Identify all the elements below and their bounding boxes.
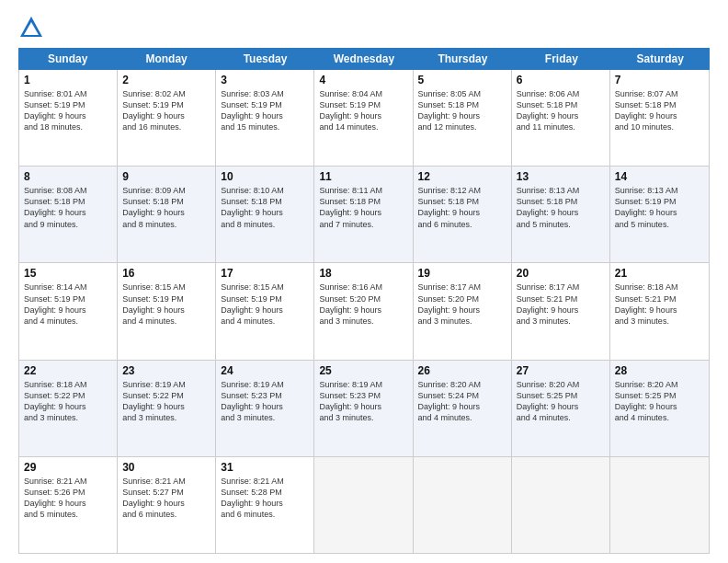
- calendar-row: 22Sunrise: 8:18 AMSunset: 5:22 PMDayligh…: [19, 361, 709, 457]
- cell-line: and 4 minutes.: [517, 412, 605, 423]
- cell-line: Sunrise: 8:20 AM: [517, 379, 605, 390]
- cell-line: Sunset: 5:18 PM: [517, 99, 605, 110]
- cell-line: and 14 minutes.: [319, 121, 407, 132]
- cell-line: and 4 minutes.: [418, 412, 506, 423]
- cell-line: and 18 minutes.: [24, 121, 112, 132]
- calendar-cell: 2Sunrise: 8:02 AMSunset: 5:19 PMDaylight…: [118, 70, 216, 166]
- day-number: 26: [418, 364, 506, 377]
- cell-line: Sunset: 5:26 PM: [24, 487, 112, 498]
- cell-line: and 3 minutes.: [418, 316, 506, 327]
- cell-line: Daylight: 9 hours: [517, 304, 605, 316]
- header-day: Thursday: [414, 48, 512, 70]
- cell-line: Sunset: 5:18 PM: [319, 196, 407, 207]
- calendar-header: SundayMondayTuesdayWednesdayThursdayFrid…: [18, 48, 710, 70]
- calendar-cell: 6Sunrise: 8:06 AMSunset: 5:18 PMDaylight…: [512, 70, 610, 166]
- cell-line: and 6 minutes.: [122, 509, 210, 520]
- cell-line: Sunset: 5:18 PM: [615, 99, 704, 110]
- day-number: 28: [615, 364, 704, 377]
- day-number: 30: [122, 461, 210, 474]
- day-number: 2: [122, 74, 210, 86]
- cell-line: Sunrise: 8:19 AM: [122, 379, 210, 390]
- cell-line: Sunrise: 8:19 AM: [221, 379, 309, 390]
- cell-line: Sunset: 5:18 PM: [418, 99, 506, 110]
- calendar-cell: 10Sunrise: 8:10 AMSunset: 5:18 PMDayligh…: [216, 167, 314, 262]
- day-number: 18: [319, 267, 407, 280]
- cell-line: and 7 minutes.: [319, 219, 407, 230]
- cell-line: and 4 minutes.: [221, 316, 309, 327]
- cell-line: Daylight: 9 hours: [221, 110, 309, 121]
- cell-line: and 5 minutes.: [615, 219, 704, 230]
- cell-line: Daylight: 9 hours: [24, 304, 112, 316]
- calendar-cell: 26Sunrise: 8:20 AMSunset: 5:24 PMDayligh…: [414, 361, 512, 456]
- calendar-cell: 27Sunrise: 8:20 AMSunset: 5:25 PMDayligh…: [512, 361, 610, 456]
- calendar: SundayMondayTuesdayWednesdayThursdayFrid…: [18, 48, 710, 554]
- cell-line: and 15 minutes.: [221, 121, 309, 132]
- cell-line: Sunset: 5:20 PM: [319, 293, 407, 304]
- cell-line: Daylight: 9 hours: [221, 304, 309, 316]
- calendar-cell: 8Sunrise: 8:08 AMSunset: 5:18 PMDaylight…: [19, 167, 118, 262]
- cell-line: Sunrise: 8:16 AM: [319, 282, 407, 293]
- cell-line: Sunrise: 8:05 AM: [418, 88, 506, 99]
- day-number: 14: [615, 170, 704, 183]
- logo: [18, 15, 48, 40]
- calendar-cell: 18Sunrise: 8:16 AMSunset: 5:20 PMDayligh…: [314, 263, 413, 359]
- cell-line: Sunrise: 8:17 AM: [418, 282, 506, 293]
- day-number: 7: [615, 74, 704, 86]
- cell-line: Daylight: 9 hours: [24, 207, 112, 218]
- day-number: 12: [418, 170, 506, 183]
- cell-line: Daylight: 9 hours: [418, 401, 506, 412]
- header-day: Wednesday: [314, 48, 413, 70]
- cell-line: and 16 minutes.: [122, 121, 210, 132]
- day-number: 13: [517, 170, 605, 183]
- cell-line: Sunrise: 8:15 AM: [122, 282, 210, 293]
- cell-line: and 6 minutes.: [418, 219, 506, 230]
- calendar-cell: 9Sunrise: 8:09 AMSunset: 5:18 PMDaylight…: [118, 167, 216, 262]
- day-number: 17: [221, 267, 309, 280]
- header-day: Saturday: [611, 48, 710, 70]
- cell-line: Sunrise: 8:04 AM: [319, 88, 407, 99]
- cell-line: Sunrise: 8:21 AM: [221, 476, 309, 487]
- calendar-row: 8Sunrise: 8:08 AMSunset: 5:18 PMDaylight…: [19, 167, 709, 263]
- day-number: 4: [319, 74, 407, 86]
- cell-line: Sunset: 5:25 PM: [615, 390, 704, 401]
- cell-line: Sunset: 5:27 PM: [122, 487, 210, 498]
- cell-line: Sunrise: 8:17 AM: [517, 282, 605, 293]
- cell-line: Daylight: 9 hours: [418, 110, 506, 121]
- cell-line: Sunrise: 8:20 AM: [418, 379, 506, 390]
- cell-line: Sunset: 5:28 PM: [221, 487, 309, 498]
- cell-line: and 3 minutes.: [122, 412, 210, 423]
- cell-line: and 5 minutes.: [24, 509, 112, 520]
- calendar-cell: 30Sunrise: 8:21 AMSunset: 5:27 PMDayligh…: [118, 457, 216, 553]
- empty-cell: [314, 457, 413, 553]
- cell-line: Daylight: 9 hours: [122, 304, 210, 316]
- cell-line: Sunrise: 8:06 AM: [517, 88, 605, 99]
- calendar-cell: 11Sunrise: 8:11 AMSunset: 5:18 PMDayligh…: [314, 167, 413, 262]
- empty-cell: [414, 457, 512, 553]
- cell-line: and 3 minutes.: [615, 316, 704, 327]
- logo-icon: [18, 15, 44, 40]
- cell-line: Daylight: 9 hours: [319, 401, 407, 412]
- cell-line: Sunset: 5:19 PM: [122, 293, 210, 304]
- calendar-cell: 13Sunrise: 8:13 AMSunset: 5:18 PMDayligh…: [512, 167, 610, 262]
- calendar-cell: 20Sunrise: 8:17 AMSunset: 5:21 PMDayligh…: [512, 263, 610, 359]
- cell-line: Sunset: 5:20 PM: [418, 293, 506, 304]
- cell-line: Sunrise: 8:13 AM: [615, 185, 704, 196]
- cell-line: Daylight: 9 hours: [221, 207, 309, 218]
- cell-line: Sunset: 5:21 PM: [615, 293, 704, 304]
- cell-line: and 3 minutes.: [517, 316, 605, 327]
- page: SundayMondayTuesdayWednesdayThursdayFrid…: [0, 0, 728, 563]
- cell-line: and 4 minutes.: [24, 316, 112, 327]
- cell-line: Daylight: 9 hours: [615, 401, 704, 412]
- calendar-cell: 7Sunrise: 8:07 AMSunset: 5:18 PMDaylight…: [610, 70, 709, 166]
- cell-line: and 3 minutes.: [319, 412, 407, 423]
- day-number: 11: [319, 170, 407, 183]
- cell-line: and 10 minutes.: [615, 121, 704, 132]
- calendar-cell: 14Sunrise: 8:13 AMSunset: 5:19 PMDayligh…: [610, 167, 709, 262]
- cell-line: Daylight: 9 hours: [122, 110, 210, 121]
- cell-line: Daylight: 9 hours: [615, 304, 704, 316]
- cell-line: Sunset: 5:19 PM: [122, 99, 210, 110]
- cell-line: and 11 minutes.: [517, 121, 605, 132]
- calendar-cell: 16Sunrise: 8:15 AMSunset: 5:19 PMDayligh…: [118, 263, 216, 359]
- day-number: 1: [24, 74, 112, 86]
- cell-line: Sunrise: 8:08 AM: [24, 185, 112, 196]
